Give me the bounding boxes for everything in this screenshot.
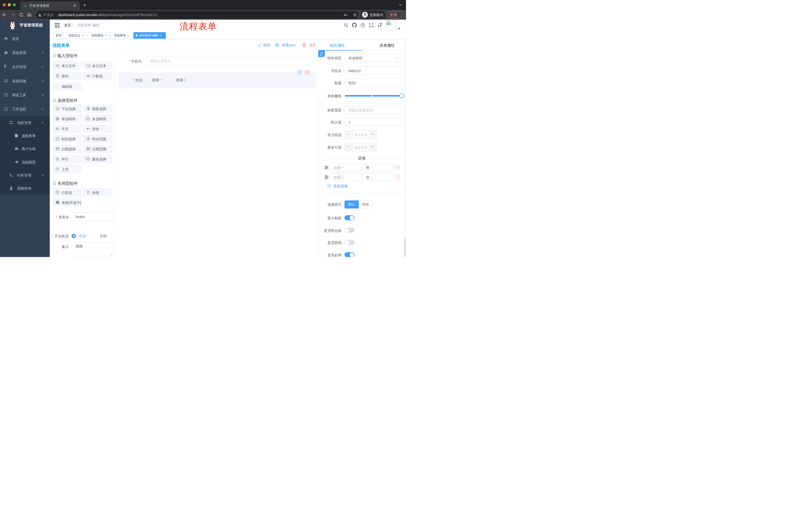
- svg-text:123: 123: [86, 75, 90, 77]
